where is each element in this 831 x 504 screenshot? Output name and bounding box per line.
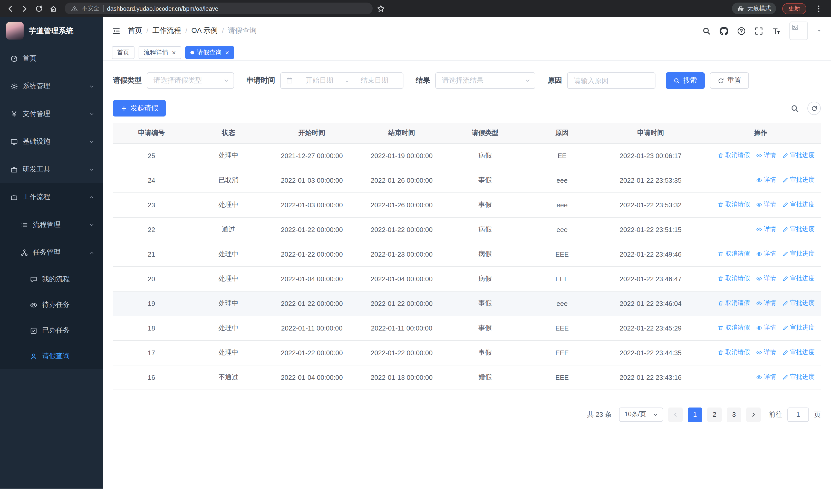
edit-icon [782,251,789,257]
cancel-leave-link[interactable]: 取消请假 [718,324,750,332]
detail-link[interactable]: 详情 [756,348,776,357]
edit-icon [782,325,789,331]
sidebar-item-process-management[interactable]: 流程管理 [0,211,103,239]
home-icon[interactable] [47,2,60,14]
tab-label: 流程详情 [144,48,168,57]
sidebar-item-my-process[interactable]: 我的流程 [0,266,103,292]
fullscreen-icon[interactable] [754,26,763,35]
result-select[interactable]: 请选择流结果 [435,72,535,89]
sidebar-item-label: 首页 [23,54,36,63]
goto-page-input[interactable] [787,407,809,422]
approval-progress-link[interactable]: 审批进度 [782,176,814,184]
cancel-leave-link[interactable]: 取消请假 [718,250,750,259]
breadcrumb-item[interactable]: 工作流程 [152,26,181,35]
detail-link[interactable]: 详情 [756,250,776,259]
app-logo-row[interactable]: 芋道管理系统 [0,17,103,45]
page-button-3[interactable]: 3 [727,407,741,422]
breadcrumb-item[interactable]: 首页 [128,26,142,35]
chevron-up-icon [89,194,94,200]
cell-type: 事假 [447,291,523,316]
detail-link[interactable]: 详情 [756,274,776,283]
approval-progress-link[interactable]: 审批进度 [782,225,814,234]
reset-button[interactable]: 重置 [710,72,749,89]
cell-status: 已取消 [190,168,267,192]
sidebar-item-devtools[interactable]: 研发工具 [0,155,103,183]
approval-progress-link[interactable]: 审批进度 [782,324,814,332]
cancel-leave-link[interactable]: 取消请假 [718,299,750,308]
cell-type: 婚假 [447,365,523,390]
cell-type: 病假 [447,143,523,168]
sidebar-item-label: 基础设施 [23,137,50,146]
page-button-1[interactable]: 1 [688,407,702,422]
next-page-button[interactable] [746,407,761,422]
tab-process-detail[interactable]: 流程详情× [139,46,181,59]
sidebar-item-system[interactable]: 系统管理 [0,72,103,100]
font-size-icon[interactable] [772,26,781,35]
page-suffix: 页 [814,410,821,419]
tab-home[interactable]: 首页 [112,46,135,59]
close-icon[interactable]: × [225,49,229,56]
reload-icon[interactable] [33,2,45,14]
detail-link[interactable]: 详情 [756,324,776,332]
sidebar-item-payment[interactable]: 支付管理 [0,100,103,128]
cancel-leave-link[interactable]: 取消请假 [718,348,750,357]
approval-progress-link[interactable]: 审批进度 [782,200,814,209]
browser-menu-icon[interactable] [812,2,825,14]
sidebar-item-leave-query[interactable]: 请假查询 [0,343,103,369]
cell-id: 25 [113,143,190,168]
approval-progress-link[interactable]: 审批进度 [782,299,814,308]
user-avatar[interactable] [790,22,808,40]
page-button-2[interactable]: 2 [707,407,722,422]
back-icon[interactable] [4,2,17,14]
approval-progress-link[interactable]: 审批进度 [782,151,814,160]
toggle-search-icon[interactable] [791,104,799,113]
detail-link[interactable]: 详情 [756,176,776,184]
forward-icon[interactable] [19,2,31,14]
cancel-leave-link[interactable]: 取消请假 [718,151,750,160]
tab-leave-query[interactable]: 请假查询× [185,46,234,59]
search-icon[interactable] [702,26,711,35]
reason-input[interactable] [567,72,656,89]
github-icon[interactable] [720,26,728,35]
help-icon[interactable] [737,26,746,35]
detail-link[interactable]: 详情 [756,299,776,308]
cell-type: 事假 [447,168,523,192]
cancel-leave-link[interactable]: 取消请假 [718,274,750,283]
sidebar-item-home[interactable]: 首页 [0,45,103,72]
apply-time-range-input[interactable]: 开始日期 - 结束日期 [280,72,403,89]
update-chip[interactable]: 更新 [782,3,806,14]
detail-link[interactable]: 详情 [756,373,776,382]
refresh-table-button[interactable] [807,101,821,115]
user-menu-caret-icon[interactable] [816,28,822,33]
approval-progress-link[interactable]: 审批进度 [782,373,814,382]
sidebar-item-todo-tasks[interactable]: 待办任务 [0,292,103,318]
sidebar-item-infrastructure[interactable]: 基础设施 [0,128,103,155]
sidebar-item-done-tasks[interactable]: 已办任务 [0,318,103,343]
leave-type-select[interactable]: 请选择请假类型 [147,72,234,89]
sidebar-item-task-management[interactable]: 任务管理 [0,239,103,266]
collapse-menu-icon[interactable] [112,26,121,35]
prev-page-button[interactable] [668,407,683,422]
calendar-icon [286,77,293,84]
close-icon[interactable]: × [172,49,176,56]
cancel-leave-link[interactable]: 取消请假 [718,200,750,209]
cell-id: 23 [113,192,190,217]
warning-icon [71,5,78,12]
approval-progress-link[interactable]: 审批进度 [782,274,814,283]
detail-link[interactable]: 详情 [756,225,776,234]
detail-link[interactable]: 详情 [756,151,776,160]
approval-progress-link[interactable]: 审批进度 [782,348,814,357]
address-bar[interactable]: 不安全 dashboard.yudao.iocoder.cn/bpm/oa/le… [65,3,373,14]
approval-progress-link[interactable]: 审批进度 [782,250,814,259]
create-leave-button[interactable]: 发起请假 [113,100,166,117]
cell-actions: 详情审批进度 [700,217,821,242]
search-button[interactable]: 搜索 [666,72,705,89]
sidebar-item-workflow[interactable]: 工作流程 [0,183,103,211]
page-size-select[interactable]: 10条/页 [619,407,663,422]
edit-icon [782,276,789,282]
cell-status: 不通过 [190,365,267,390]
chevron-down-icon [223,78,229,84]
bookmark-star-icon[interactable] [375,2,387,14]
breadcrumb-item[interactable]: OA 示例 [192,26,218,35]
detail-link[interactable]: 详情 [756,200,776,209]
